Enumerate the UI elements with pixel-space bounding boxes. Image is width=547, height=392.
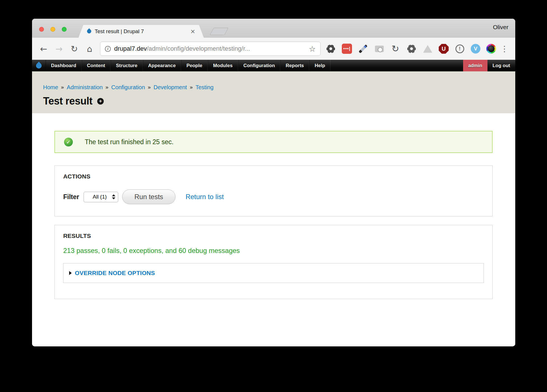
results-summary: 213 passes, 0 fails, 0 exceptions, and 6… bbox=[63, 247, 484, 255]
breadcrumb-separator: » bbox=[148, 84, 151, 91]
title-bar: Test result | Drupal 7 × Oliver bbox=[32, 19, 515, 38]
minimize-window-button[interactable] bbox=[50, 27, 55, 32]
tab-title: Test result | Drupal 7 bbox=[95, 28, 188, 35]
toolbar-item-help[interactable]: Help bbox=[309, 60, 330, 71]
breadcrumb-development[interactable]: Development bbox=[154, 84, 187, 91]
add-shortcut-icon[interactable]: + bbox=[97, 98, 104, 105]
actions-panel: ACTIONS Filter All (1) Run tests Return … bbox=[54, 165, 493, 216]
zoom-window-button[interactable] bbox=[62, 27, 67, 32]
toolbar-logout[interactable]: Log out bbox=[487, 60, 515, 71]
back-icon[interactable]: ← bbox=[36, 44, 51, 54]
drupal-admin-toolbar: Dashboard Content Structure Appearance P… bbox=[32, 60, 515, 71]
status-text: The test run finished in 25 sec. bbox=[85, 138, 173, 146]
extension-icons: •••| ↻ U ! V bbox=[326, 44, 496, 54]
close-window-button[interactable] bbox=[39, 27, 44, 32]
toolbar-item-reports[interactable]: Reports bbox=[280, 60, 309, 71]
filter-label: Filter bbox=[63, 193, 79, 201]
tab-close-icon[interactable]: × bbox=[190, 28, 195, 35]
breadcrumb-administration[interactable]: Administration bbox=[67, 84, 103, 91]
toolbar-user-admin[interactable]: admin bbox=[463, 60, 487, 71]
home-icon[interactable]: ⌂ bbox=[82, 44, 97, 54]
camera-lens-extension-icon[interactable] bbox=[486, 44, 496, 54]
filter-selected-value: All (1) bbox=[87, 194, 112, 200]
site-info-icon[interactable]: i bbox=[105, 46, 111, 52]
breadcrumb-home[interactable]: Home bbox=[43, 84, 58, 91]
breadcrumb-separator: » bbox=[190, 84, 193, 91]
url-path: /admin/config/development/testing/r... bbox=[147, 45, 306, 52]
chrome-profile-name[interactable]: Oliver bbox=[493, 24, 508, 31]
url-host: drupal7.dev bbox=[114, 45, 147, 52]
browser-toolbar: ← → ↻ ⌂ i drupal7.dev /admin/config/deve… bbox=[32, 38, 515, 60]
toolbar-item-content[interactable]: Content bbox=[82, 60, 111, 71]
page-title: Test result bbox=[43, 95, 92, 107]
breadcrumb-testing[interactable]: Testing bbox=[196, 84, 213, 91]
traffic-lights bbox=[39, 27, 67, 32]
override-node-options-fieldset[interactable]: OVERRIDE NODE OPTIONS bbox=[63, 263, 484, 283]
status-ok-icon: ✓ bbox=[64, 138, 73, 146]
exclamation-circle-extension-icon[interactable]: ! bbox=[455, 44, 465, 54]
dark-gear-extension-icon[interactable] bbox=[406, 44, 417, 54]
eyedropper-extension-icon[interactable] bbox=[358, 44, 368, 54]
browser-window: Test result | Drupal 7 × Oliver ← → ↻ ⌂ … bbox=[32, 19, 515, 346]
breadcrumb-separator: » bbox=[105, 84, 109, 91]
reload-icon[interactable]: ↻ bbox=[67, 44, 82, 54]
browser-tab[interactable]: Test result | Drupal 7 × bbox=[79, 25, 204, 38]
toolbar-item-people[interactable]: People bbox=[181, 60, 208, 71]
camera-extension-icon[interactable] bbox=[374, 44, 384, 54]
actions-heading: ACTIONS bbox=[63, 173, 484, 180]
ublock-extension-icon[interactable]: U bbox=[439, 44, 449, 54]
page-header: Home » Administration » Configuration » … bbox=[32, 71, 515, 113]
toolbar-item-structure[interactable]: Structure bbox=[111, 60, 143, 71]
breadcrumb-configuration[interactable]: Configuration bbox=[111, 84, 145, 91]
breadcrumb: Home » Administration » Configuration » … bbox=[43, 84, 515, 91]
run-tests-button[interactable]: Run tests bbox=[122, 189, 175, 204]
sync-extension-icon[interactable]: ↻ bbox=[390, 44, 400, 54]
drupal-favicon-icon bbox=[86, 28, 92, 34]
chrome-menu-icon[interactable]: ⋮ bbox=[501, 44, 508, 54]
results-heading: RESULTS bbox=[63, 233, 484, 239]
toolbar-item-appearance[interactable]: Appearance bbox=[143, 60, 181, 71]
toolbar-item-modules[interactable]: Modules bbox=[208, 60, 238, 71]
toolbar-item-dashboard[interactable]: Dashboard bbox=[46, 60, 82, 71]
toolbar-item-configuration[interactable]: Configuration bbox=[238, 60, 280, 71]
select-arrows-icon bbox=[112, 194, 115, 199]
status-message: ✓ The test run finished in 25 sec. bbox=[54, 131, 493, 153]
password-manager-extension-icon[interactable]: •••| bbox=[342, 44, 352, 54]
drive-extension-icon[interactable] bbox=[423, 44, 433, 54]
v-badge-extension-icon[interactable]: V bbox=[471, 44, 480, 54]
return-to-list-link[interactable]: Return to list bbox=[186, 193, 224, 201]
main-content: ✓ The test run finished in 25 sec. ACTIO… bbox=[32, 113, 515, 346]
filter-select[interactable]: All (1) bbox=[84, 192, 118, 202]
results-panel: RESULTS 213 passes, 0 fails, 0 exception… bbox=[54, 225, 493, 299]
bookmark-star-icon[interactable]: ☆ bbox=[309, 44, 316, 53]
collapse-arrow-icon bbox=[69, 271, 72, 275]
forward-icon[interactable]: → bbox=[51, 44, 67, 54]
drupal-logo-icon[interactable] bbox=[32, 60, 46, 71]
override-node-options-link[interactable]: OVERRIDE NODE OPTIONS bbox=[75, 270, 155, 276]
gear-extension-icon[interactable] bbox=[326, 44, 336, 54]
new-tab-button[interactable] bbox=[210, 28, 228, 35]
breadcrumb-separator: » bbox=[61, 84, 64, 91]
address-bar[interactable]: i drupal7.dev /admin/config/development/… bbox=[100, 42, 321, 56]
